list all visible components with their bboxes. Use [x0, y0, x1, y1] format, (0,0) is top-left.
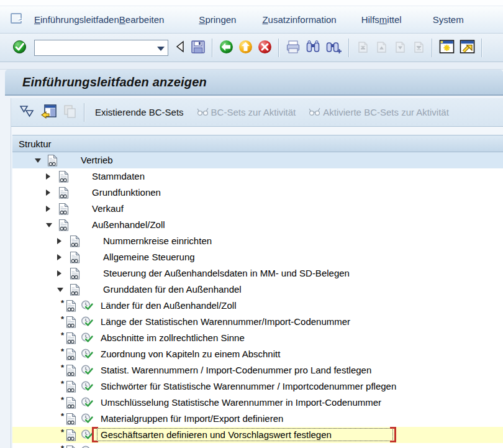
command-field[interactable] — [34, 40, 168, 56]
tree-item-label[interactable]: Zuordnung von Kapiteln zu einem Abschnit… — [101, 346, 280, 362]
activity-clock-check-icon[interactable] — [81, 364, 92, 377]
chevron-down-icon[interactable] — [157, 47, 165, 51]
print-button[interactable] — [285, 39, 301, 57]
collapse-node-icon[interactable] — [57, 288, 63, 292]
tree-row[interactable]: Grundfunktionen — [12, 185, 503, 201]
tree-row[interactable]: * Stichwörter für Statistische Warennumm… — [12, 378, 503, 395]
back-button[interactable] — [219, 39, 234, 57]
tree-row[interactable]: * Zuordnung von Kapiteln zu einem Abschn… — [12, 346, 503, 362]
tree-row[interactable]: Allgemeine Steuerung — [12, 249, 503, 265]
img-structure-tree[interactable]: Vertrieb Stammdaten Grundfunktionen Verk… — [12, 152, 503, 448]
bc-sets-for-activity-button[interactable]: BC-Sets zur Aktivität — [194, 106, 299, 119]
tree-row[interactable]: * Länder für den Außenhandel/Zoll — [12, 298, 503, 314]
tree-item-label[interactable]: Umschlüsselung Statistische Warennummer … — [101, 395, 381, 411]
activity-clock-check-icon[interactable] — [81, 429, 92, 441]
find-button[interactable] — [305, 39, 321, 57]
next-page-button[interactable] — [392, 39, 407, 57]
existing-bc-sets-button[interactable]: Existierende BC-Sets — [93, 106, 186, 119]
expand-node-icon[interactable] — [46, 173, 50, 180]
tree-item-label[interactable]: Vertrieb — [81, 152, 113, 168]
previous-page-button[interactable] — [374, 39, 389, 57]
img-node-icon — [66, 332, 77, 344]
tree-item-label[interactable]: Allgemeine Steuerung — [103, 249, 195, 265]
system-menu-button[interactable] — [9, 12, 25, 27]
tree-item-label[interactable]: Stammdaten — [92, 168, 145, 185]
menu-zusatzinformation[interactable]: Zusatzinformation — [262, 14, 336, 25]
activity-clock-check-icon[interactable] — [81, 316, 92, 328]
command-input[interactable] — [35, 41, 153, 55]
tree-item-label[interactable]: Länder für den Außenhandel/Zoll — [101, 298, 237, 314]
position-icon — [19, 104, 35, 121]
create-shortcut-button[interactable] — [459, 39, 476, 57]
img-node-icon — [70, 251, 81, 263]
tree-row[interactable]: * Länge der Statistischen Warennummer/Im… — [12, 314, 503, 330]
activity-clock-check-icon[interactable] — [81, 445, 92, 448]
last-page-button[interactable] — [411, 39, 426, 57]
new-session-button[interactable] — [438, 39, 455, 57]
tree-row[interactable]: * Geschäftsarten definieren und Vorschla… — [12, 427, 503, 443]
copy-button[interactable] — [61, 104, 78, 121]
toolbar-separator — [84, 103, 85, 122]
leaf-bullet: * — [61, 427, 64, 437]
collapse-field-button[interactable] — [174, 39, 186, 57]
tree-row[interactable]: Verkauf — [12, 201, 503, 217]
tree-item-label[interactable]: Abschnitte im zollrechtlichen Sinne — [101, 330, 245, 346]
tree-row[interactable]: Nummernkreise einrichten — [12, 233, 503, 249]
tree-item-label[interactable]: Länge der Statistischen Warennummer/Impo… — [101, 314, 350, 330]
activity-clock-check-icon[interactable] — [81, 348, 92, 360]
exit-button[interactable] — [238, 39, 253, 57]
activity-clock-check-icon[interactable] — [81, 299, 92, 312]
gap — [12, 127, 503, 135]
expand-node-icon[interactable] — [57, 254, 61, 260]
cancel-button[interactable] — [257, 39, 273, 57]
tree-row[interactable]: Grunddaten für den Außenhandel — [12, 281, 503, 298]
tree-item-label[interactable]: Grunddaten für den Außenhandel — [103, 281, 242, 298]
tree-row[interactable]: Außenhandel/Zoll — [12, 217, 503, 233]
previous-page-icon — [374, 40, 388, 56]
tree-item-label[interactable]: Grundfunktionen — [92, 185, 161, 201]
tree-item-label[interactable]: Materialgruppen für Import/Export defini… — [101, 411, 283, 427]
collapse-node-icon[interactable] — [46, 223, 52, 227]
position-button[interactable] — [18, 104, 36, 121]
selection-bracket-right — [392, 427, 396, 442]
tree-row[interactable]: * Statist. Warennummern / Import-Codenum… — [12, 362, 503, 378]
tree-item-label[interactable]: Nummernkreise einrichten — [103, 233, 212, 249]
activated-bc-sets-for-activity-button[interactable]: Aktivierte BC-Sets zur Aktivität — [306, 106, 451, 119]
expand-node-icon[interactable] — [57, 238, 61, 244]
tree-row[interactable]: * — [12, 443, 503, 448]
activity-clock-check-icon[interactable] — [81, 380, 92, 393]
menu-einfuehrungsleitfaden[interactable]: Einführungsleitfaden — [34, 14, 119, 25]
info-window-button[interactable] — [40, 104, 58, 121]
expand-node-icon[interactable] — [57, 270, 61, 277]
tree-row[interactable]: * Materialgruppen für Import/Export defi… — [12, 411, 503, 427]
tree-item-label[interactable]: Außenhandel/Zoll — [92, 217, 165, 233]
activity-clock-check-icon[interactable] — [81, 413, 92, 425]
toolbar-separator — [278, 39, 279, 57]
activity-clock-check-icon[interactable] — [81, 396, 92, 409]
tree-item-label[interactable]: Stichwörter für Statistische Warennummer… — [101, 378, 396, 395]
menu-springen[interactable]: Springen — [199, 14, 236, 25]
tree-row[interactable]: Steuerung der Außenhandelsdaten in MM- u… — [12, 265, 503, 281]
menu-system[interactable]: System — [433, 14, 464, 25]
first-page-button[interactable] — [355, 39, 370, 57]
find-next-button[interactable] — [325, 39, 343, 57]
activity-clock-check-icon[interactable] — [81, 332, 92, 344]
tree-row[interactable]: * Abschnitte im zollrechtlichen Sinne — [12, 330, 503, 346]
tree-item-label[interactable]: Geschäftsarten definieren und Vorschlags… — [97, 428, 393, 441]
tree-row[interactable]: * Umschlüsselung Statistische Warennumme… — [12, 395, 503, 411]
tree-item-label[interactable]: Statist. Warennummern / Import-Codenumme… — [101, 362, 371, 378]
leaf-bullet: * — [61, 444, 64, 448]
button-label: Existierende BC-Sets — [95, 107, 184, 117]
tree-row[interactable]: Vertrieb — [12, 152, 503, 168]
expand-node-icon[interactable] — [46, 190, 50, 196]
menu-hilfsmittel[interactable]: Hilfsmittel — [361, 14, 402, 25]
tree-item-label[interactable]: Steuerung der Außenhandelsdaten in MM- u… — [103, 265, 350, 281]
tree-item-label[interactable]: Verkauf — [92, 201, 124, 217]
menu-bearbeiten[interactable]: Bearbeiten — [119, 14, 165, 25]
enter-button[interactable] — [12, 39, 27, 57]
img-node-icon — [66, 348, 77, 360]
collapse-node-icon[interactable] — [35, 158, 41, 163]
save-button[interactable] — [190, 39, 206, 57]
expand-node-icon[interactable] — [46, 206, 50, 212]
tree-row[interactable]: Stammdaten — [12, 168, 503, 185]
